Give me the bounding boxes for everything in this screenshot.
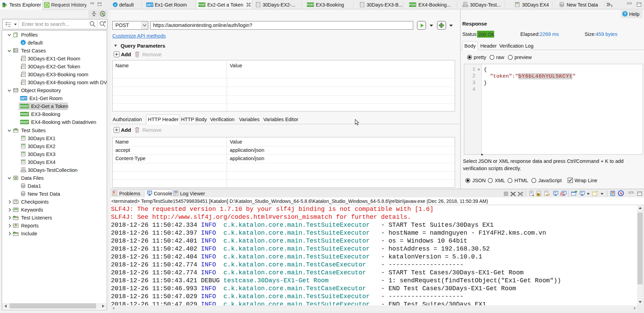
svg-text:5: 5 (611, 4, 613, 7)
svg-text:?: ? (624, 12, 626, 16)
svg-text:LOG: LOG (174, 191, 178, 193)
svg-text:x: x (114, 3, 116, 7)
svg-text:A: A (619, 191, 622, 195)
svg-text:x: x (22, 40, 24, 45)
